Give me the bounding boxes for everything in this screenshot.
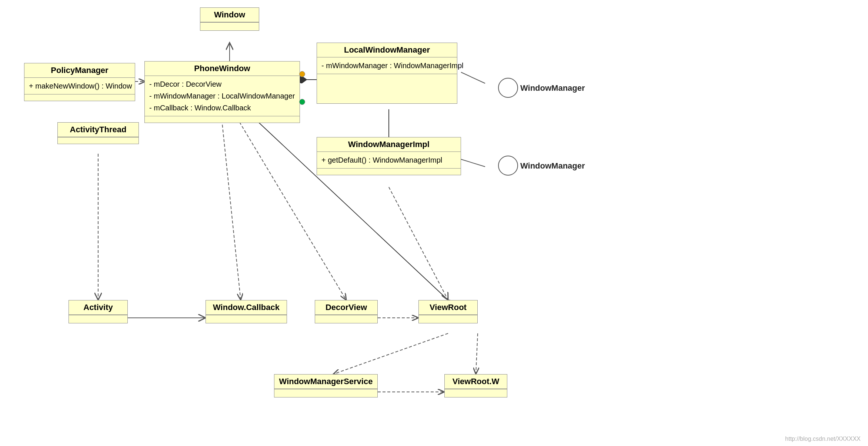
class-policymanager: PolicyManager + makeNewWindow() : Window	[24, 63, 135, 101]
class-localwindowmanager-name: LocalWindowManager	[344, 45, 430, 54]
class-phonewindow-body: - mDecor : DecorView - mWindowManager : …	[145, 76, 300, 116]
class-phonewindow-header: PhoneWindow	[145, 61, 300, 76]
class-windowcallback-section	[206, 315, 287, 323]
svg-line-8	[220, 106, 241, 300]
class-phonewindow-name: PhoneWindow	[194, 64, 250, 73]
class-windowmanagerservice-name: WindowManagerService	[279, 377, 373, 386]
class-localwindowmanager-section	[317, 74, 457, 103]
class-activity-section	[69, 315, 127, 323]
class-window-header: Window	[200, 8, 259, 22]
class-windowcallback-name: Window.Callback	[213, 303, 280, 312]
diagram-container: Window PhoneWindow - mDecor : DecorView …	[0, 0, 868, 446]
class-phonewindow: PhoneWindow - mDecor : DecorView - mWind…	[144, 61, 300, 123]
attr-lwm-1: - mWindowManager : WindowManagerImpl	[321, 60, 453, 71]
class-viewroot-section	[419, 315, 477, 323]
class-localwindowmanager-body: - mWindowManager : WindowManagerImpl	[317, 57, 457, 74]
class-window-name: Window	[214, 10, 245, 19]
svg-line-5	[461, 72, 485, 83]
class-policymanager-body: + makeNewWindow() : Window	[24, 78, 135, 94]
class-viewrootw-section	[445, 389, 507, 397]
windowmanager-label-bottom: WindowManager	[520, 161, 585, 171]
class-windowmanagerservice: WindowManagerService	[274, 374, 378, 397]
class-activity-name: Activity	[83, 303, 113, 312]
attr-phonewindow-1: - mDecor : DecorView	[149, 78, 295, 90]
orange-dot	[299, 71, 305, 77]
svg-line-9	[230, 106, 346, 300]
windowmanager-interface-circle-bottom	[498, 156, 518, 176]
class-windowmanagerimpl-name: WindowManagerImpl	[348, 140, 430, 149]
watermark: http://blog.csdn.net/XXXXXX	[785, 436, 861, 442]
svg-line-14	[476, 333, 478, 374]
class-localwindowmanager: LocalWindowManager - mWindowManager : Wi…	[317, 43, 457, 104]
svg-line-10	[241, 106, 448, 300]
class-localwindowmanager-header: LocalWindowManager	[317, 43, 457, 57]
class-viewroot-name: ViewRoot	[430, 303, 467, 312]
class-activity-header: Activity	[69, 300, 127, 315]
attr-phonewindow-3: - mCallback : Window.Callback	[149, 102, 295, 114]
class-decorview-header: DecorView	[315, 300, 377, 315]
green-dot	[299, 99, 305, 105]
class-viewrootw-header: ViewRoot.W	[445, 375, 507, 389]
attr-phonewindow-2: - mWindowManager : LocalWindowManager	[149, 90, 295, 102]
class-windowcallback: Window.Callback	[206, 300, 287, 323]
class-activity: Activity	[69, 300, 128, 323]
attr-wmi-1: + getDefault() : WindowManagerImpl	[321, 154, 456, 166]
class-decorview: DecorView	[315, 300, 378, 323]
class-viewrootw-name: ViewRoot.W	[453, 377, 500, 386]
class-viewroot: ViewRoot	[418, 300, 478, 323]
class-decorview-section	[315, 315, 377, 323]
svg-line-13	[333, 333, 448, 374]
class-windowmanagerimpl-header: WindowManagerImpl	[317, 137, 461, 152]
class-windowcallback-header: Window.Callback	[206, 300, 287, 315]
class-windowmanagerservice-header: WindowManagerService	[274, 375, 377, 389]
class-viewroot-header: ViewRoot	[419, 300, 477, 315]
class-window: Window	[200, 7, 259, 31]
attr-pm-1: + makeNewWindow() : Window	[29, 80, 130, 92]
class-policymanager-name: PolicyManager	[51, 66, 108, 75]
class-viewrootw: ViewRoot.W	[444, 374, 507, 397]
class-windowmanagerservice-section	[274, 389, 377, 397]
class-windowmanagerimpl-section	[317, 168, 461, 175]
class-windowmanagerimpl-body: + getDefault() : WindowManagerImpl	[317, 152, 461, 168]
class-phonewindow-section	[145, 116, 300, 123]
windowmanager-interface-circle-top	[498, 78, 518, 98]
class-activitythread-header: ActivityThread	[58, 123, 138, 137]
class-activitythread-section	[58, 137, 138, 144]
svg-line-12	[389, 187, 448, 300]
class-windowmanagerimpl: WindowManagerImpl + getDefault() : Windo…	[317, 137, 461, 175]
class-policymanager-section	[24, 94, 135, 101]
class-window-section	[200, 22, 259, 30]
class-decorview-name: DecorView	[326, 303, 367, 312]
class-policymanager-header: PolicyManager	[24, 63, 135, 78]
svg-line-4	[461, 159, 485, 167]
class-activitythread-name: ActivityThread	[70, 125, 127, 134]
class-activitythread: ActivityThread	[57, 122, 139, 144]
windowmanager-label-top: WindowManager	[520, 83, 585, 93]
